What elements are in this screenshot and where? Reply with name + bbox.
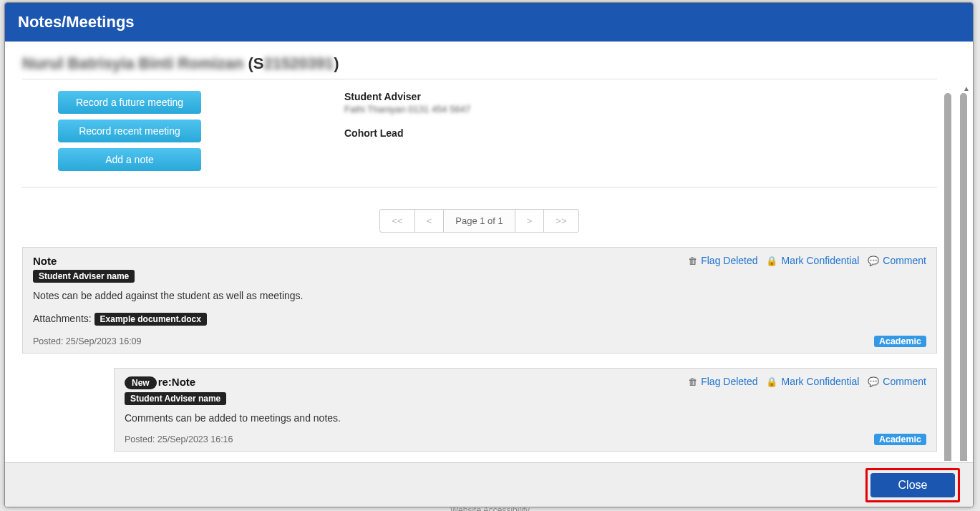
flag-deleted-link[interactable]: Flag Deleted bbox=[701, 255, 757, 266]
student-id: 21520391 bbox=[263, 54, 334, 72]
comment-body: Comments can be added to meetings and no… bbox=[125, 412, 926, 424]
mark-confidential-link[interactable]: Mark Confidential bbox=[781, 255, 859, 266]
record-recent-meeting-button[interactable]: Record recent meeting bbox=[58, 120, 201, 142]
action-buttons: Record a future meeting Record recent me… bbox=[22, 91, 201, 171]
comment-actions: 🗑 Flag Deleted 🔒 Mark Confidential 💬 Com… bbox=[688, 376, 926, 387]
trash-icon: 🗑 bbox=[688, 376, 697, 387]
lock-icon: 🔒 bbox=[766, 256, 777, 266]
divider bbox=[22, 79, 937, 79]
page-info: Page 1 of 1 bbox=[443, 209, 515, 233]
lock-icon: 🔒 bbox=[766, 376, 777, 387]
cohort-lead-label: Cohort Lead bbox=[344, 127, 470, 139]
divider bbox=[22, 187, 937, 188]
top-row: Record a future meeting Record recent me… bbox=[22, 91, 937, 171]
add-note-button[interactable]: Add a note bbox=[58, 148, 201, 171]
comment-posted: Posted: 25/Sep/2023 16:16 bbox=[125, 434, 233, 444]
note-body: Notes can be added against the student a… bbox=[33, 290, 926, 301]
note-author-tag: Student Adviser name bbox=[33, 270, 135, 283]
info-column: Student Adviser Fathi Thaniyan 0131 454 … bbox=[230, 91, 470, 171]
scrollbar-outer[interactable] bbox=[960, 93, 967, 461]
background-footer-text: Website Accessibility bbox=[450, 505, 530, 511]
comment-icon: 💬 bbox=[868, 376, 879, 387]
comment-link[interactable]: Comment bbox=[883, 255, 926, 266]
note-title: Note bbox=[33, 255, 135, 267]
page-prev-button[interactable]: < bbox=[414, 209, 445, 233]
close-button[interactable]: Close bbox=[870, 473, 955, 497]
scroll-up-icon[interactable]: ▲ bbox=[963, 84, 970, 92]
mark-confidential-link[interactable]: Mark Confidential bbox=[781, 376, 859, 387]
close-highlight: Close bbox=[865, 468, 960, 502]
comment-author-tag: Student Adviser name bbox=[125, 392, 226, 405]
note-actions: 🗑 Flag Deleted 🔒 Mark Confidential 💬 Com… bbox=[688, 255, 926, 266]
note-attachments: Attachments: Example document.docx bbox=[33, 310, 926, 326]
scrollbar-inner[interactable] bbox=[944, 93, 951, 461]
page-next-button[interactable]: > bbox=[515, 209, 545, 233]
record-future-meeting-button[interactable]: Record a future meeting bbox=[58, 91, 201, 114]
attachment-file[interactable]: Example document.docx bbox=[94, 313, 207, 326]
comment-icon: 💬 bbox=[868, 256, 879, 266]
note-posted: Posted: 25/Sep/2023 16:09 bbox=[33, 336, 142, 346]
modal-title: Notes/Meetings bbox=[5, 3, 973, 42]
notes-meetings-modal: Notes/Meetings Nurul Batrisyia Binti Rom… bbox=[4, 2, 974, 507]
note-card: Note Student Adviser name 🗑 Flag Deleted… bbox=[22, 247, 937, 354]
comment-card: Newre:Note Student Adviser name 🗑 Flag D… bbox=[114, 368, 937, 452]
pagination: <<<Page 1 of 1>>> bbox=[22, 209, 937, 233]
student-name: Nurul Batrisyia Binti Romizan bbox=[22, 54, 243, 72]
comment-link[interactable]: Comment bbox=[883, 376, 926, 387]
comment-title: Newre:Note bbox=[125, 376, 226, 389]
flag-deleted-link[interactable]: Flag Deleted bbox=[701, 376, 757, 387]
page-first-button[interactable]: << bbox=[379, 209, 414, 233]
new-badge: New bbox=[125, 376, 157, 389]
student-adviser-label: Student Adviser bbox=[344, 91, 470, 102]
note-category-badge: Academic bbox=[874, 336, 926, 347]
attachments-label: Attachments: bbox=[33, 313, 92, 324]
comment-category-badge: Academic bbox=[874, 434, 926, 445]
modal-footer: Close bbox=[5, 462, 973, 507]
modal-body: Nurul Batrisyia Binti Romizan (S21520391… bbox=[5, 42, 973, 461]
trash-icon: 🗑 bbox=[688, 256, 697, 266]
student-adviser-value: Fathi Thaniyan 0131 454 5647 bbox=[344, 104, 470, 115]
student-title: Nurul Batrisyia Binti Romizan (S21520391… bbox=[22, 54, 937, 73]
page-last-button[interactable]: >> bbox=[543, 209, 578, 233]
